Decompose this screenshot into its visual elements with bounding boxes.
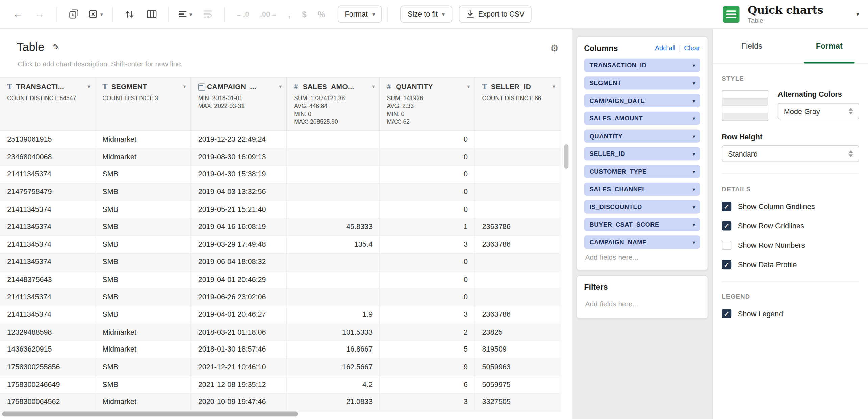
table-cell: Midmarket: [95, 341, 191, 358]
chart-title[interactable]: Table: [17, 40, 44, 54]
horizontal-scrollbar[interactable]: [2, 411, 298, 416]
remove-chart-icon: [89, 9, 98, 19]
table-cell: 1758300246649: [0, 376, 95, 393]
column-header[interactable]: TSEGMENT▾COUNT DISTINCT: 3: [95, 77, 191, 130]
tab-fields[interactable]: Fields: [713, 29, 790, 63]
column-header[interactable]: #QUANTITY▾SUM: 141926AVG: 2.33MIN: 0MAX:…: [380, 77, 475, 130]
align-button[interactable]: ▾: [178, 6, 193, 22]
checkbox-label: Show Row Gridlines: [738, 222, 804, 230]
checkbox-row[interactable]: ✓Show Legend: [722, 309, 859, 318]
column-pill[interactable]: SALES_AMOUNT▾: [584, 112, 700, 125]
column-pill[interactable]: QUANTITY▾: [584, 130, 700, 143]
table-row: 25139061915Midmarket2019-12-23 22:49:240: [0, 131, 561, 148]
column-stat: MAX: 208525.90: [294, 118, 375, 126]
column-pill[interactable]: SELLER_ID▾: [584, 147, 700, 160]
table-cell: 1: [380, 219, 475, 235]
decrease-decimal-button[interactable]: ←.0: [236, 10, 249, 18]
column-stat: AVG: 446.84: [294, 102, 375, 110]
comma-format-button[interactable]: ,: [288, 9, 291, 19]
export-csv-button[interactable]: Export to CSV: [459, 5, 532, 23]
checkbox[interactable]: ✓: [722, 202, 731, 211]
checkbox-row[interactable]: Show Row Numbers: [722, 241, 859, 250]
percent-format-button[interactable]: %: [318, 9, 325, 19]
checkbox-row[interactable]: ✓Show Data Profile: [722, 260, 859, 269]
column-pill[interactable]: BUYER_CSAT_SCORE▾: [584, 218, 700, 231]
alternating-colors-label: Alternating Colors: [778, 90, 859, 99]
column-menu-chevron-icon[interactable]: ▾: [181, 83, 186, 89]
select-arrows-icon: [849, 150, 853, 157]
column-pill[interactable]: SALES_CHANNEL▾: [584, 183, 700, 196]
toolbar-divider: [388, 7, 388, 21]
chevron-down-icon[interactable]: ▾: [692, 239, 695, 245]
checkbox[interactable]: ✓: [722, 309, 731, 318]
table-cell: 9: [380, 359, 475, 376]
column-header[interactable]: TTRANSACTI...▾COUNT DISTINCT: 54547: [0, 77, 95, 130]
column-menu-chevron-icon[interactable]: ▾: [277, 83, 282, 89]
checkbox-row[interactable]: ✓Show Column Gridlines: [722, 202, 859, 211]
column-name: SEGMENT: [111, 82, 147, 91]
column-menu-chevron-icon[interactable]: ▾: [85, 83, 90, 89]
chevron-down-icon[interactable]: ▾: [692, 80, 695, 86]
filters-add-fields-placeholder[interactable]: Add fields here...: [585, 300, 700, 308]
column-menu-chevron-icon[interactable]: ▾: [550, 83, 555, 89]
table-columns-button[interactable]: [144, 6, 159, 22]
column-menu-chevron-icon[interactable]: ▾: [370, 83, 375, 89]
column-pill[interactable]: CAMPAIGN_NAME▾: [584, 235, 700, 249]
edit-title-pencil-icon[interactable]: ✎: [53, 42, 60, 52]
increase-decimal-button[interactable]: .00→: [260, 10, 277, 18]
chevron-down-icon[interactable]: ▾: [692, 168, 695, 174]
chart-description-placeholder[interactable]: Click to add chart description. Shift-en…: [18, 60, 572, 68]
settings-gear-icon[interactable]: ⚙: [550, 43, 559, 54]
table-cell: 5: [380, 341, 475, 358]
remove-chart-button[interactable]: ▾: [88, 6, 104, 22]
table-cell: 1.9: [287, 306, 380, 323]
column-header[interactable]: TSELLER_ID▾COUNT DISTINCT: 86: [475, 77, 560, 130]
add-all-link[interactable]: Add all: [655, 44, 676, 52]
column-pill[interactable]: CAMPAIGN_DATE▾: [584, 94, 700, 107]
row-height-select[interactable]: Standard: [722, 145, 859, 162]
chevron-down-icon[interactable]: ▾: [692, 151, 695, 157]
wrap-text-button[interactable]: [200, 6, 215, 22]
column-pill[interactable]: CUSTOMER_TYPE▾: [584, 165, 700, 178]
clear-link[interactable]: Clear: [684, 44, 700, 52]
vertical-scrollbar[interactable]: [564, 144, 568, 169]
sort-button[interactable]: [122, 6, 137, 22]
checkbox-label: Show Column Gridlines: [738, 202, 815, 211]
table-cell: Midmarket: [95, 131, 191, 148]
column-pill[interactable]: IS_DISCOUNTED▾: [584, 200, 700, 213]
table-cell: 21475758479: [0, 184, 95, 200]
column-menu-chevron-icon[interactable]: ▾: [465, 83, 470, 89]
chart-type-chevron-icon[interactable]: ▾: [856, 10, 859, 18]
chevron-down-icon[interactable]: ▾: [692, 115, 695, 121]
column-pill[interactable]: SEGMENT▾: [584, 76, 700, 89]
alternating-colors-select[interactable]: Mode Gray: [778, 103, 859, 119]
format-button[interactable]: Format ▾: [337, 5, 382, 23]
tab-format[interactable]: Format: [791, 29, 868, 63]
table-cell: [287, 131, 380, 148]
add-chart-button[interactable]: [66, 6, 81, 22]
column-pill[interactable]: TRANSACTION_ID▾: [584, 59, 700, 72]
chevron-down-icon[interactable]: ▾: [692, 133, 695, 139]
chevron-down-icon[interactable]: ▾: [692, 204, 695, 210]
checkbox[interactable]: ✓: [722, 260, 731, 269]
checkbox-row[interactable]: ✓Show Row Gridlines: [722, 221, 859, 231]
columns-add-fields-placeholder[interactable]: Add fields here...: [585, 253, 700, 262]
back-button[interactable]: ←: [10, 6, 26, 22]
chevron-down-icon[interactable]: ▾: [692, 97, 695, 104]
forward-button[interactable]: →: [32, 6, 48, 22]
table-cell: 23825: [475, 324, 560, 341]
chevron-down-icon[interactable]: ▾: [692, 221, 695, 227]
table-cell: [475, 201, 560, 218]
checkbox[interactable]: ✓: [722, 221, 731, 231]
chevron-down-icon[interactable]: ▾: [692, 62, 695, 68]
table-row: 21448375643SMB2019-04-01 20:46:290: [0, 271, 561, 289]
table-cell: SMB: [95, 306, 191, 323]
align-left-icon: [179, 10, 187, 18]
column-header[interactable]: #SALES_AMO...▾SUM: 17374121.38AVG: 446.8…: [287, 77, 380, 130]
table-row: 21411345374SMB2019-03-29 17:49:48135.432…: [0, 236, 561, 254]
chevron-down-icon[interactable]: ▾: [692, 186, 695, 192]
checkbox[interactable]: [722, 241, 731, 250]
size-to-fit-button[interactable]: Size to fit ▾: [401, 5, 452, 23]
currency-format-button[interactable]: $: [302, 9, 307, 19]
column-header[interactable]: CAMPAIGN_...▾MIN: 2018-01-01MAX: 2022-03…: [191, 77, 287, 130]
